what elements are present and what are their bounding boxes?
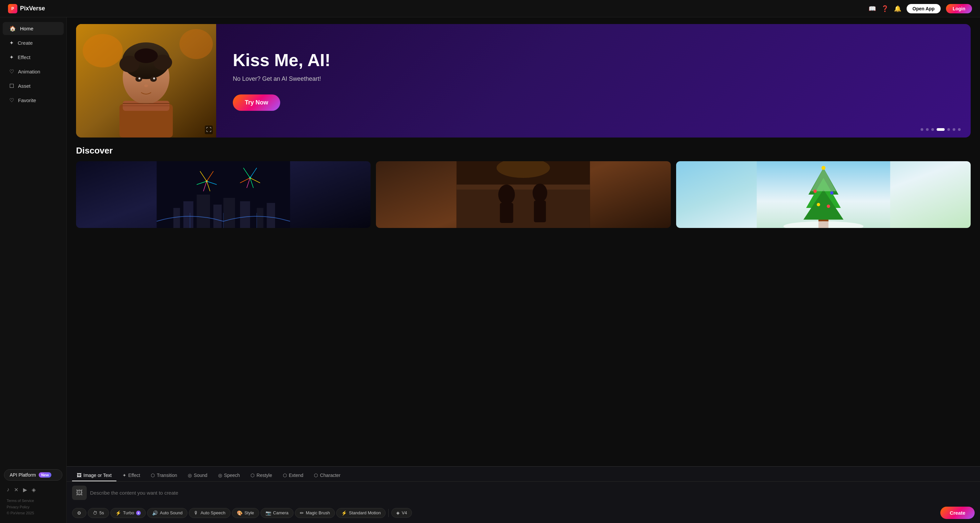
hero-dot-1[interactable] (921, 128, 923, 131)
try-now-button[interactable]: Try Now (233, 94, 280, 111)
panel-tabs: 🖼 Image or Text ✦ Effect ⬡ Transition ◎ … (67, 467, 980, 482)
hero-dot-6[interactable] (953, 128, 955, 131)
tab-transition[interactable]: ⬡ Transition (146, 470, 182, 481)
upload-image-button[interactable]: 🖼 (72, 486, 87, 500)
standard-motion-button[interactable]: ⚡ Standard Motion (336, 508, 386, 518)
settings-button[interactable]: ⚙ (72, 508, 86, 518)
bell-icon-btn[interactable]: 🔔 (894, 5, 901, 12)
panel-toolbar: ⚙ ⏱ 5s ⚡ Turbo ● 🔊 Auto Sound 🎙 Auto Spe… (67, 504, 980, 523)
copyright: © PixVerse 2025 (7, 510, 60, 516)
logo-text: PixVerse (20, 5, 45, 12)
hero-dot-2[interactable] (926, 128, 929, 131)
tab-effect[interactable]: ✦ Effect (118, 470, 145, 481)
sidebar-item-animation[interactable]: ♡ Animation (3, 65, 64, 78)
tab-image-or-text-label: Image or Text (83, 473, 112, 478)
animation-icon: ♡ (10, 69, 14, 75)
discord-icon[interactable]: ◈ (32, 486, 36, 493)
sidebar-item-create-label: Create (18, 40, 33, 46)
style-label: Style (245, 510, 254, 515)
svg-point-48 (533, 183, 547, 202)
tab-extend-label: Extend (289, 473, 304, 478)
auto-speech-icon: 🎙 (194, 510, 199, 516)
sidebar-item-favorite[interactable]: ♡ Favorite (3, 94, 64, 107)
x-icon[interactable]: ✕ (14, 486, 18, 493)
tab-restyle-label: Restyle (256, 473, 272, 478)
hero-subtitle: No Lover? Get an AI Sweetheart! (233, 75, 954, 83)
tab-character[interactable]: ⬡ Character (309, 470, 345, 481)
hero-dot-3[interactable] (931, 128, 934, 131)
effect-tab-icon: ✦ (123, 473, 126, 478)
create-button[interactable]: Create (940, 507, 975, 519)
topnav-right: 📖 ❓ 🔔 Open App Login (869, 4, 972, 13)
tab-restyle[interactable]: ⬡ Restyle (246, 470, 277, 481)
sidebar-item-asset[interactable]: ☐ Asset (3, 80, 64, 92)
panel-input-row: 🖼 (67, 482, 980, 504)
help-icon-btn[interactable]: ❓ (881, 5, 889, 12)
auto-speech-button[interactable]: 🎙 Auto Speech (189, 508, 230, 518)
duration-button[interactable]: ⏱ 5s (88, 508, 109, 518)
tiktok-icon[interactable]: ♪ (7, 486, 10, 493)
sidebar: 🏠 Home ✦ Create ✦ Effect ♡ Animation ☐ A… (0, 18, 67, 523)
video-card-2[interactable] (376, 161, 670, 228)
logo[interactable]: P PixVerse (8, 4, 45, 13)
hero-text: Kiss Me, AI! No Lover? Get an AI Sweethe… (216, 24, 970, 137)
magic-brush-button[interactable]: ✏ Magic Brush (295, 508, 335, 518)
sidebar-item-home-label: Home (20, 26, 33, 31)
hero-dot-7[interactable] (958, 128, 961, 131)
youtube-icon[interactable]: ▶ (23, 486, 27, 493)
hero-image: ⛶ (76, 24, 216, 137)
tab-sound[interactable]: ◎ Sound (183, 470, 212, 481)
prompt-input[interactable] (90, 490, 975, 496)
creation-panel: 🖼 Image or Text ✦ Effect ⬡ Transition ◎ … (67, 466, 980, 523)
api-platform-button[interactable]: API Platform New (4, 469, 62, 481)
svg-rect-37 (240, 201, 250, 228)
svg-point-14 (144, 85, 148, 87)
api-new-badge: New (39, 472, 52, 478)
book-icon-btn[interactable]: 📖 (869, 5, 876, 12)
terms-link[interactable]: Terms of Service (7, 497, 60, 504)
turbo-button[interactable]: ⚡ Turbo ● (110, 508, 146, 518)
sidebar-item-create[interactable]: ✦ Create (3, 37, 64, 49)
restyle-tab-icon: ⬡ (250, 473, 255, 478)
open-app-button[interactable]: Open App (907, 4, 941, 13)
login-button[interactable]: Login (946, 4, 972, 13)
tab-image-or-text[interactable]: 🖼 Image or Text (72, 470, 116, 481)
image-or-text-tab-icon: 🖼 (77, 473, 81, 478)
auto-sound-label: Auto Sound (160, 510, 183, 515)
v4-button[interactable]: ◈ V4 (391, 508, 412, 518)
auto-sound-button[interactable]: 🔊 Auto Sound (147, 508, 188, 518)
expand-icon[interactable]: ⛶ (205, 126, 213, 134)
sound-tab-icon: ◎ (188, 473, 192, 478)
camera-icon: 📷 (266, 510, 271, 516)
style-button[interactable]: 🎨 Style (232, 508, 259, 518)
sidebar-item-animation-label: Animation (18, 69, 40, 75)
settings-icon: ⚙ (77, 510, 81, 516)
sidebar-item-asset-label: Asset (18, 83, 31, 89)
hero-dot-5[interactable] (947, 128, 950, 131)
style-icon: 🎨 (237, 510, 242, 516)
v4-label: V4 (402, 510, 407, 515)
timer-icon: ⏱ (93, 510, 97, 516)
camera-button[interactable]: 📷 Camera (261, 508, 294, 518)
hero-photo-placeholder: ⛶ (76, 24, 216, 137)
discover-title: Discover (76, 145, 970, 156)
video-card-1[interactable] (76, 161, 371, 228)
svg-point-57 (821, 166, 825, 170)
svg-rect-36 (223, 198, 235, 228)
turbo-label: Turbo (123, 510, 134, 515)
svg-point-13 (153, 77, 155, 80)
svg-rect-39 (267, 203, 275, 228)
svg-point-60 (816, 203, 820, 206)
svg-rect-49 (534, 201, 546, 222)
extend-tab-icon: ⬡ (283, 473, 287, 478)
sidebar-item-home[interactable]: 🏠 Home (3, 22, 64, 35)
svg-point-59 (830, 191, 833, 195)
hero-dot-4[interactable] (937, 128, 945, 131)
video-card-3[interactable] (676, 161, 970, 228)
sidebar-item-effect[interactable]: ✦ Effect (3, 51, 64, 64)
tab-speech[interactable]: ◎ Speech (213, 470, 245, 481)
tab-sound-label: Sound (194, 473, 207, 478)
effect-icon: ✦ (10, 54, 14, 61)
privacy-link[interactable]: Privacy Policy (7, 504, 60, 510)
tab-extend[interactable]: ⬡ Extend (278, 470, 308, 481)
